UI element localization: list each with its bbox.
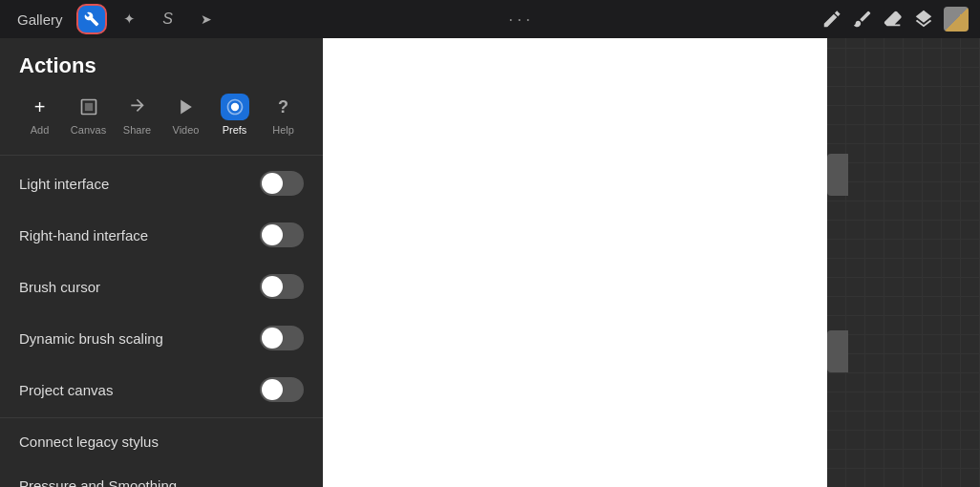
nav-label-help: Help	[272, 124, 294, 136]
wrench-button[interactable]	[76, 4, 107, 34]
gallery-button[interactable]: Gallery	[11, 8, 69, 32]
topbar: Gallery ✦ S ➤ ···	[0, 0, 980, 38]
modify-icon: ✦	[123, 11, 136, 28]
project-canvas-toggle[interactable]	[260, 377, 304, 402]
right-handle-top[interactable]	[827, 154, 848, 196]
panel-nav: + Add Canvas Share	[0, 90, 323, 153]
actions-panel: Actions + Add Canvas Sh	[0, 38, 323, 487]
toggle-brush-cursor[interactable]: Brush cursor	[0, 261, 323, 312]
modify-button[interactable]: ✦	[115, 4, 145, 34]
nav-label-add: Add	[31, 124, 50, 136]
right-hand-interface-label: Right-hand interface	[19, 227, 148, 244]
gallery-label: Gallery	[17, 11, 63, 28]
dynamic-brush-scaling-label: Dynamic brush scaling	[19, 330, 163, 347]
nav-item-video[interactable]: Video	[161, 90, 210, 139]
right-handle-bottom[interactable]	[827, 330, 848, 372]
toggle-project-canvas[interactable]: Project canvas	[0, 364, 323, 415]
brush-button[interactable]	[852, 9, 873, 30]
svg-marker-2	[181, 100, 192, 115]
right-hand-interface-toggle[interactable]	[260, 222, 304, 247]
center-dots: ···	[508, 10, 534, 29]
nav-item-help[interactable]: ? Help	[259, 90, 308, 139]
light-interface-toggle[interactable]	[260, 171, 304, 196]
nav-item-prefs[interactable]: Prefs	[210, 90, 259, 139]
brush-icon	[852, 9, 873, 30]
layers-button[interactable]	[913, 9, 934, 30]
share-icon	[123, 94, 152, 120]
color-swatch-button[interactable]	[944, 7, 969, 32]
pen-icon	[821, 9, 842, 30]
nav-label-prefs: Prefs	[223, 124, 247, 136]
brush-cursor-toggle[interactable]	[260, 274, 304, 299]
svg-rect-1	[84, 103, 92, 111]
project-canvas-label: Project canvas	[19, 382, 113, 398]
toggle-dynamic-brush-scaling[interactable]: Dynamic brush scaling	[0, 312, 323, 364]
prefs-icon	[221, 94, 249, 120]
menu-connect-legacy-stylus[interactable]: Connect legacy stylus	[0, 420, 323, 464]
toggle-right-hand-interface[interactable]: Right-hand interface	[0, 209, 323, 261]
help-icon: ?	[269, 94, 298, 120]
separator-1	[0, 155, 323, 156]
toggle-light-interface[interactable]: Light interface	[0, 158, 323, 209]
light-interface-label: Light interface	[19, 176, 109, 192]
nav-item-canvas[interactable]: Canvas	[64, 90, 113, 139]
topbar-right	[821, 7, 969, 32]
dynamic-brush-scaling-toggle[interactable]	[260, 326, 304, 350]
topbar-center[interactable]: ···	[508, 10, 534, 30]
color-swatch-icon	[944, 7, 969, 32]
arrow-button[interactable]: ➤	[191, 4, 222, 34]
nav-item-share[interactable]: Share	[113, 90, 161, 139]
wrench-icon	[84, 11, 99, 27]
add-icon: +	[26, 94, 54, 120]
arrow-icon: ➤	[201, 11, 212, 27]
eraser-button[interactable]	[883, 9, 904, 30]
panel-title: Actions	[0, 38, 323, 90]
pressure-smoothing-label: Pressure and Smoothing	[19, 477, 177, 487]
separator-2	[0, 417, 323, 418]
nav-label-canvas: Canvas	[71, 124, 106, 136]
topbar-left: Gallery ✦ S ➤	[11, 4, 222, 34]
svg-point-3	[230, 103, 238, 111]
connect-legacy-stylus-label: Connect legacy stylus	[19, 434, 159, 450]
menu-pressure-and-smoothing[interactable]: Pressure and Smoothing	[0, 464, 323, 487]
grid-right	[827, 38, 980, 487]
nav-label-video: Video	[173, 124, 200, 136]
eraser-icon	[883, 9, 904, 30]
main-content: Actions + Add Canvas Sh	[0, 38, 980, 487]
nav-item-add[interactable]: + Add	[15, 90, 64, 139]
calligraphy-icon: S	[162, 11, 173, 28]
video-icon	[172, 94, 201, 120]
canvas-icon	[75, 94, 103, 120]
pen-button[interactable]	[821, 9, 842, 30]
nav-label-share: Share	[123, 124, 151, 136]
layers-icon	[913, 9, 934, 30]
calligraphy-button[interactable]: S	[153, 4, 183, 34]
brush-cursor-label: Brush cursor	[19, 279, 100, 295]
